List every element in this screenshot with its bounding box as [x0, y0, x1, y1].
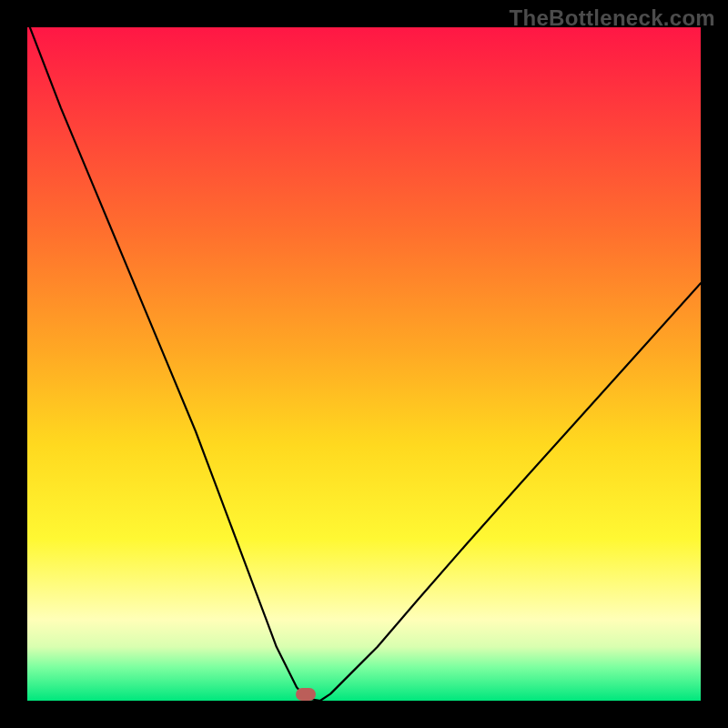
chart-frame: TheBottleneck.com	[0, 0, 728, 728]
bottleneck-curve	[27, 27, 701, 701]
min-marker	[296, 688, 316, 701]
plot-area	[27, 27, 701, 701]
watermark-text: TheBottleneck.com	[510, 5, 715, 31]
